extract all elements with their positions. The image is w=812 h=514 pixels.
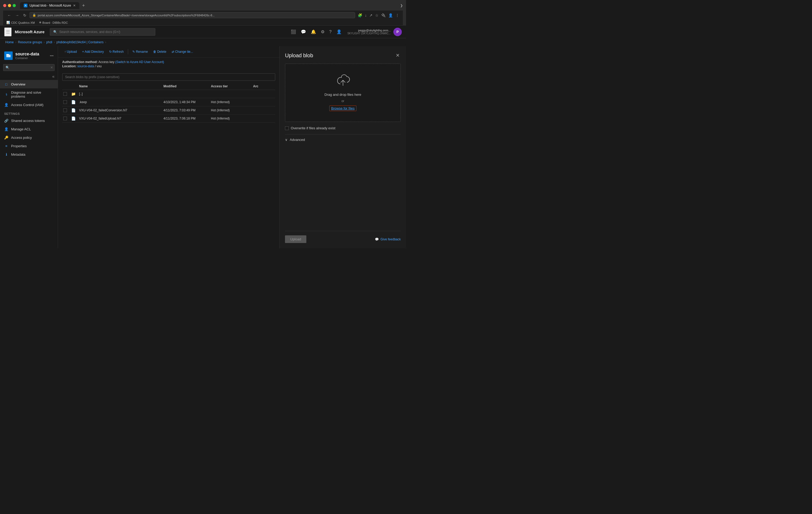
- sidebar-item-properties[interactable]: ≡ Properties: [0, 142, 58, 150]
- profile-icon[interactable]: 👤: [388, 13, 393, 18]
- row-checkbox-3[interactable]: [63, 117, 71, 120]
- user-name: peggy@skylighthq.onm...: [358, 29, 391, 32]
- sidebar-collapse: «: [0, 73, 58, 80]
- azure-search-input[interactable]: [59, 30, 152, 34]
- maximize-window-btn[interactable]: [13, 4, 16, 7]
- svg-rect-1: [6, 54, 9, 55]
- row-name-0: [..]: [79, 92, 164, 96]
- reload-button[interactable]: ↻: [22, 13, 27, 18]
- change-tier-button[interactable]: ⇄ Change tie...: [170, 49, 195, 55]
- minimize-window-btn[interactable]: [8, 4, 11, 7]
- center-content: ↑ Upload + Add Directory ↻ Refresh ✎ Ren…: [58, 46, 280, 248]
- auth-location-row: Location: source-data / vxu: [62, 64, 275, 68]
- hamburger-menu[interactable]: ☰: [4, 27, 11, 36]
- browser-titlebar: A Upload blob - Microsoft Azure ✕ + ❯: [3, 2, 403, 9]
- row-checkbox-0[interactable]: [63, 92, 71, 96]
- table-row[interactable]: 📄 .keep 4/10/2023, 1:48:34 PM Hot (Infer…: [62, 98, 275, 106]
- upload-submit-button[interactable]: Upload: [285, 235, 306, 243]
- sidebar-item-access-policy-label: Access policy: [11, 136, 32, 140]
- bookmark-cdc[interactable]: 📊 CDC Qualtrics XM: [6, 21, 35, 24]
- sidebar-item-diagnose-label: Diagnose and solve problems: [11, 90, 54, 99]
- header-icon-col: [71, 84, 79, 88]
- overwrite-checkbox[interactable]: [285, 126, 289, 130]
- row-checkbox-1[interactable]: [63, 100, 71, 104]
- add-directory-button[interactable]: + Add Directory: [80, 49, 106, 55]
- resource-more-btn[interactable]: •••: [50, 54, 54, 58]
- downloads-icon[interactable]: ↓: [364, 13, 367, 18]
- toolbar-separator: [128, 49, 128, 54]
- azure-search-bar[interactable]: 🔍: [50, 28, 155, 36]
- user-avatar[interactable]: P: [393, 28, 402, 36]
- breadcrumb-phdi[interactable]: phdi: [46, 40, 52, 44]
- notifications-icon[interactable]: 🔔: [310, 28, 317, 35]
- url-bar[interactable]: 🔒 portal.azure.com/#view/Microsoft_Azure…: [30, 12, 355, 18]
- breadcrumb-resource-groups[interactable]: Resource groups: [18, 40, 42, 44]
- upload-panel-header: Upload blob ✕: [285, 51, 401, 59]
- bookmark-icon[interactable]: ☆: [375, 13, 379, 18]
- sidebar-search-input[interactable]: [3, 64, 55, 71]
- sidebar-search-icon: ✕: [50, 66, 53, 70]
- give-feedback-button[interactable]: 💬 Give feedback: [375, 238, 401, 241]
- bookmark-board[interactable]: ❄ Board · DIBBs RDC: [39, 21, 68, 24]
- sidebar-item-metadata[interactable]: ℹ Metadata: [0, 150, 58, 159]
- switch-account-link[interactable]: (Switch to Azure AD User Account): [115, 60, 164, 64]
- cloud-shell-icon[interactable]: ⬛: [290, 28, 297, 35]
- breadcrumb-home[interactable]: Home: [5, 40, 14, 44]
- browse-for-files-link[interactable]: Browse for files: [329, 106, 356, 111]
- breadcrumb-sep-1: ›: [15, 40, 16, 44]
- rename-button[interactable]: ✎ Rename: [130, 49, 150, 55]
- extensions-icon[interactable]: 🧩: [357, 13, 363, 18]
- new-tab-button[interactable]: +: [80, 2, 86, 9]
- row-checkbox-2[interactable]: [63, 108, 71, 112]
- collapse-sidebar-btn[interactable]: «: [52, 74, 55, 79]
- table-row[interactable]: 📄 VXU-V04-02_failedUpload.hl7 4/11/2023,…: [62, 114, 275, 123]
- traffic-lights: [3, 4, 16, 7]
- advanced-header[interactable]: ∨ Advanced: [285, 138, 401, 142]
- auth-info: Authentication method: Access key (Switc…: [58, 57, 280, 71]
- delete-button[interactable]: 🗑 Delete: [151, 49, 169, 55]
- drop-zone[interactable]: Drag and drop files here or Browse for f…: [285, 63, 401, 122]
- active-browser-tab[interactable]: A Upload blob - Microsoft Azure ✕: [20, 2, 79, 9]
- blob-toolbar: ↑ Upload + Add Directory ↻ Refresh ✎ Ren…: [58, 46, 280, 57]
- sidebar-item-shared-access-label: Shared access tokens: [11, 119, 45, 123]
- help-icon[interactable]: ?: [328, 28, 333, 35]
- blob-search[interactable]: [62, 73, 275, 81]
- header-archive: Arc: [253, 84, 274, 88]
- auth-location-path[interactable]: source-data: [77, 64, 94, 68]
- upload-button[interactable]: ↑ Upload: [62, 49, 79, 55]
- refresh-button[interactable]: ↻ Refresh: [107, 49, 126, 55]
- url-text: portal.azure.com/#view/Microsoft_Azure_S…: [38, 14, 352, 17]
- settings-icon[interactable]: ⋮: [395, 13, 400, 18]
- tab-chevron-button[interactable]: ❯: [400, 4, 403, 7]
- settings-nav-icon[interactable]: ⚙: [320, 28, 326, 35]
- sidebar-item-overview[interactable]: □ Overview: [0, 80, 58, 88]
- forward-button[interactable]: →: [14, 13, 20, 18]
- sidebar-item-shared-access[interactable]: 🔗 Shared access tokens: [0, 116, 58, 125]
- table-row[interactable]: 📄 VXU-V04-02_failedConversion.hl7 4/11/2…: [62, 106, 275, 114]
- share-icon[interactable]: ↗: [369, 13, 373, 18]
- header-modified: Modified: [164, 84, 211, 88]
- table-header: Name Modified Access tier Arc: [62, 83, 275, 90]
- sidebar-item-access-control[interactable]: 👤 Access Control (IAM): [0, 101, 58, 109]
- extension-icon[interactable]: 🔌: [381, 13, 386, 18]
- tab-close-btn[interactable]: ✕: [73, 4, 76, 7]
- blob-search-input[interactable]: [62, 73, 275, 81]
- sidebar-item-access-policy[interactable]: 🔑 Access policy: [0, 133, 58, 142]
- upload-panel-close-button[interactable]: ✕: [395, 51, 401, 59]
- sidebar-item-metadata-label: Metadata: [11, 153, 25, 157]
- sidebar: source-data Container ••• ✕ « □ Overview…: [0, 46, 58, 248]
- back-button[interactable]: ←: [6, 13, 12, 18]
- directory-icon[interactable]: 👤: [335, 28, 343, 35]
- table-row[interactable]: 📁 [..]: [62, 90, 275, 98]
- close-window-btn[interactable]: [3, 4, 6, 7]
- sidebar-item-manage-acl[interactable]: 👤 Manage ACL: [0, 125, 58, 133]
- row-tier-3: Hot (Inferred): [211, 117, 253, 120]
- resource-name: source-data: [15, 52, 39, 56]
- sidebar-item-diagnose[interactable]: ⚕ Diagnose and solve problems: [0, 88, 58, 101]
- feedback-nav-icon[interactable]: 💬: [300, 28, 307, 35]
- upload-footer: Upload 💬 Give feedback: [285, 231, 401, 243]
- breadcrumb-containers[interactable]: phdidevphi9d194c64 | Containers: [56, 40, 104, 44]
- row-modified-1: 4/10/2023, 1:48:34 PM: [164, 100, 211, 104]
- sidebar-search[interactable]: ✕: [3, 64, 55, 71]
- drop-or-text: or: [341, 99, 344, 103]
